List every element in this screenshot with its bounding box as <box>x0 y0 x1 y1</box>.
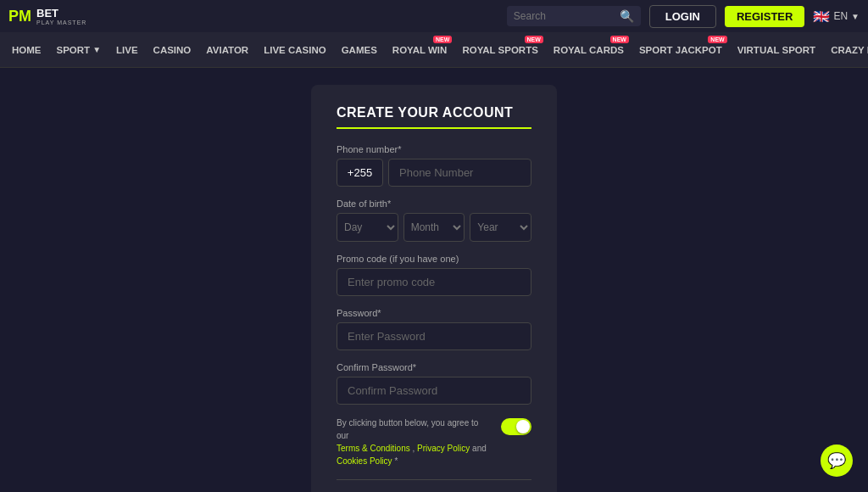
nav-item-live[interactable]: LIVE <box>109 32 145 68</box>
toggle-track <box>501 418 531 435</box>
nav-item-sport[interactable]: SPORT ▼ <box>50 32 108 68</box>
nav-item-royal-win[interactable]: NEW ROYAL WIN <box>386 32 454 68</box>
logo-playmaster: PLAY MASTER <box>36 20 86 25</box>
title-underline <box>337 127 531 129</box>
terms-row: By clicking button below, you agree to o… <box>337 417 531 467</box>
chat-bubble[interactable]: 💬 <box>821 444 853 477</box>
password-label: Password* <box>337 308 531 318</box>
nav-item-virtual-sport[interactable]: VIRTUAL SPORT <box>731 32 822 68</box>
dob-row: Day Month Year <box>337 213 531 242</box>
terms-text: By clicking button below, you agree to o… <box>337 417 492 467</box>
registration-form-card: CREATE YOUR ACCOUNT Phone number* +255 D… <box>311 85 557 492</box>
search-box: 🔍 <box>507 6 641 26</box>
new-badge: NEW <box>433 36 452 43</box>
confirm-password-group: Confirm Password* <box>337 362 531 405</box>
search-icon: 🔍 <box>620 9 634 23</box>
required-star: * <box>394 456 398 466</box>
dob-group: Date of birth* Day Month Year <box>337 198 531 242</box>
new-badge: NEW <box>610 36 629 43</box>
lang-flag: 🇬🇧 <box>813 8 830 25</box>
logo: PM BET PLAY MASTER <box>8 7 86 25</box>
sport-chevron-icon: ▼ <box>92 45 101 54</box>
promo-group: Promo code (if you have one) <box>337 254 531 296</box>
register-button[interactable]: REGISTER <box>725 6 804 27</box>
nav-item-live-casino[interactable]: LIVE CASINO <box>257 32 332 68</box>
nav-item-crazy-rocket[interactable]: NEW CRAZY ROCKET <box>824 32 868 68</box>
confirm-password-input[interactable] <box>337 377 531 405</box>
login-button[interactable]: LOGIN <box>649 5 716 28</box>
new-badge: NEW <box>525 36 543 43</box>
new-badge: NEW <box>708 36 726 43</box>
chevron-down-icon: ▼ <box>851 12 860 21</box>
nav-item-sport-jackpot[interactable]: NEW SPORT JACKPOT <box>632 32 729 68</box>
search-input[interactable] <box>514 10 615 22</box>
phone-input[interactable] <box>388 159 531 187</box>
nav-item-royal-sports[interactable]: NEW ROYAL SPORTS <box>455 32 544 68</box>
divider <box>337 479 531 480</box>
lang-selector[interactable]: 🇬🇧 EN ▼ <box>813 8 860 25</box>
dob-month-select[interactable]: Month <box>403 213 465 242</box>
header: PM BET PLAY MASTER 🔍 LOGIN REGISTER 🇬🇧 E… <box>0 0 868 32</box>
promo-input[interactable] <box>337 268 531 296</box>
terms-toggle[interactable] <box>501 418 531 435</box>
lang-text: EN <box>833 10 848 22</box>
phone-row: +255 <box>337 159 531 187</box>
password-group: Password* <box>337 308 531 350</box>
form-title: CREATE YOUR ACCOUNT <box>337 105 531 120</box>
privacy-link[interactable]: Privacy Policy <box>417 444 470 453</box>
phone-label: Phone number* <box>337 144 531 154</box>
dob-label: Date of birth* <box>337 198 531 209</box>
chat-icon: 💬 <box>827 451 846 470</box>
password-input[interactable] <box>337 322 531 350</box>
dob-year-select[interactable]: Year <box>470 213 531 242</box>
nav-item-games[interactable]: GAMES <box>335 32 384 68</box>
nav-item-royal-cards[interactable]: NEW ROYAL CARDS <box>547 32 631 68</box>
nav-item-casino[interactable]: CASINO <box>147 32 198 68</box>
nav-item-home[interactable]: HOME <box>5 32 48 68</box>
navbar: HOME SPORT ▼ LIVE CASINO AVIATOR LIVE CA… <box>0 32 868 68</box>
phone-prefix: +255 <box>337 159 383 187</box>
and-text: and <box>472 444 487 453</box>
dob-day-select[interactable]: Day <box>337 213 398 242</box>
terms-link[interactable]: Terms & Conditions <box>337 444 410 453</box>
main-content: CREATE YOUR ACCOUNT Phone number* +255 D… <box>0 68 868 492</box>
logo-bet-text: BET <box>36 7 86 20</box>
phone-group: Phone number* +255 <box>337 144 531 187</box>
confirm-password-label: Confirm Password* <box>337 362 531 372</box>
cookies-link[interactable]: Cookies Policy <box>337 456 392 466</box>
promo-label: Promo code (if you have one) <box>337 254 531 264</box>
toggle-thumb <box>516 420 530 433</box>
logo-pm-text: PM <box>8 8 31 25</box>
terms-intro: By clicking button below, you agree to o… <box>337 418 478 440</box>
nav-item-aviator[interactable]: AVIATOR <box>199 32 255 68</box>
